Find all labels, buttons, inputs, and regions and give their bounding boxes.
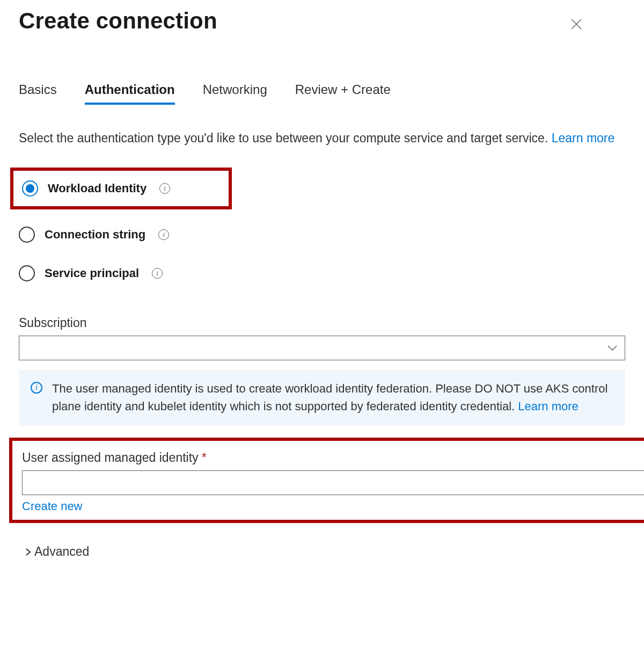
uami-dropdown[interactable] bbox=[22, 470, 644, 495]
page-title: Create connection bbox=[19, 8, 217, 34]
chevron-down-icon bbox=[608, 345, 617, 351]
radio-service-principal[interactable]: Service principal i bbox=[10, 263, 625, 284]
radio-dot bbox=[26, 184, 34, 193]
uami-highlighted-section: User assigned managed identity * Create … bbox=[9, 438, 644, 523]
required-indicator: * bbox=[202, 451, 207, 464]
tab-review-create[interactable]: Review + Create bbox=[295, 82, 391, 105]
auth-type-radio-group: Workload Identity i Connection string i … bbox=[10, 168, 625, 284]
tab-bar: Basics Authentication Networking Review … bbox=[19, 82, 625, 105]
tab-networking[interactable]: Networking bbox=[203, 82, 267, 105]
info-banner-learn-more-link[interactable]: Learn more bbox=[518, 400, 579, 413]
uami-field: User assigned managed identity * Create … bbox=[22, 451, 644, 513]
info-banner-text: The user managed identity is used to cre… bbox=[52, 380, 613, 415]
info-banner: i The user managed identity is used to c… bbox=[19, 370, 625, 426]
subscription-dropdown[interactable] bbox=[19, 336, 625, 360]
radio-indicator bbox=[19, 265, 35, 281]
intro-text: Select the authentication type you'd lik… bbox=[19, 129, 625, 147]
advanced-label: Advanced bbox=[34, 544, 89, 559]
tab-basics[interactable]: Basics bbox=[19, 82, 57, 105]
chevron-right-icon bbox=[25, 548, 31, 556]
radio-label: Service principal bbox=[45, 266, 139, 280]
intro-body: Select the authentication type you'd lik… bbox=[19, 131, 552, 145]
info-icon[interactable]: i bbox=[158, 229, 169, 240]
close-button[interactable] bbox=[570, 8, 625, 33]
radio-connection-string[interactable]: Connection string i bbox=[10, 224, 625, 245]
radio-workload-identity[interactable]: Workload Identity i bbox=[10, 168, 232, 209]
info-icon[interactable]: i bbox=[159, 183, 170, 194]
advanced-toggle[interactable]: Advanced bbox=[19, 544, 625, 559]
panel-header: Create connection bbox=[19, 8, 625, 34]
info-icon: i bbox=[31, 382, 42, 394]
radio-label: Connection string bbox=[45, 228, 145, 242]
info-icon[interactable]: i bbox=[152, 268, 163, 279]
subscription-label: Subscription bbox=[19, 316, 625, 330]
create-new-link[interactable]: Create new bbox=[22, 499, 83, 513]
create-connection-panel: Create connection Basics Authentication … bbox=[0, 0, 644, 580]
uami-label-text: User assigned managed identity bbox=[22, 451, 199, 464]
radio-indicator bbox=[19, 227, 35, 243]
intro-learn-more-link[interactable]: Learn more bbox=[552, 131, 615, 145]
subscription-field: Subscription bbox=[19, 316, 625, 360]
tab-authentication[interactable]: Authentication bbox=[85, 82, 175, 105]
radio-label: Workload Identity bbox=[48, 181, 147, 195]
radio-indicator bbox=[22, 180, 38, 197]
uami-label: User assigned managed identity * bbox=[22, 451, 644, 465]
close-icon bbox=[570, 18, 582, 30]
